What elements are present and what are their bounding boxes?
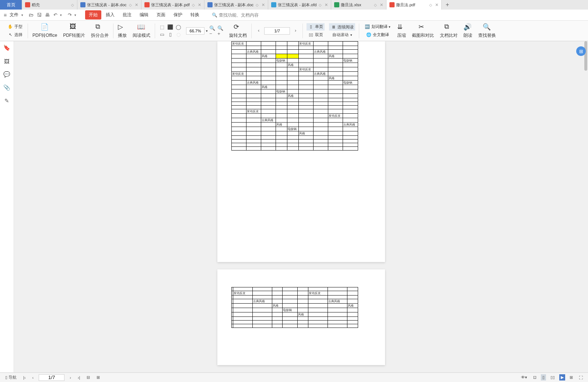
document-tabs: 首页 稻壳◇张三情况表 - 副本.doc◇✕张三情况表 - 副本.pdf◇✕张三… <box>0 0 588 10</box>
first-page-icon[interactable]: |‹ <box>22 375 27 381</box>
actual-size-icon[interactable]: ◯ <box>175 24 182 31</box>
page-input[interactable] <box>264 27 290 35</box>
zoom-in-icon[interactable]: 🔍+ <box>217 28 224 34</box>
auto-scroll[interactable]: 自动滚动▾ <box>331 31 354 38</box>
page-next-icon[interactable]: › <box>292 27 299 34</box>
hand-tool[interactable]: ✋手型 <box>6 23 24 31</box>
pin-icon[interactable]: ◇ <box>129 3 132 7</box>
redo-icon[interactable]: ↷ <box>66 12 73 18</box>
chevron-down-icon[interactable]: ▾ <box>21 13 23 17</box>
pin-icon[interactable]: ◇ <box>429 3 432 7</box>
prev-page-icon[interactable]: ‹ <box>31 375 35 381</box>
tab-doc-1[interactable]: 张三情况表 - 副本.doc◇✕ <box>77 0 141 10</box>
hamburger-icon[interactable]: ≡ <box>4 12 7 18</box>
bookmark-icon[interactable]: 🔖 <box>3 44 11 52</box>
read-mode[interactable]: 📖阅读模式 <box>130 21 153 41</box>
view-fullscreen-icon[interactable]: ⛶ <box>577 375 584 381</box>
tab-doc-5[interactable]: 撒旦法.xlsx◇✕ <box>331 0 386 10</box>
tab-doc-6[interactable]: 撒旦法.pdf◇✕ <box>386 0 442 10</box>
menu-页面[interactable]: 页面 <box>153 10 169 20</box>
pin-icon[interactable]: ◇ <box>71 3 74 7</box>
fit-page-icon[interactable]: ⬛ <box>167 24 174 31</box>
float-assist-button[interactable]: ⊞ <box>576 46 586 56</box>
redo-chevron-icon[interactable]: ▾ <box>74 13 76 17</box>
menu-批注[interactable]: 批注 <box>119 10 135 20</box>
menu-插入[interactable]: 插入 <box>102 10 118 20</box>
word-translate[interactable]: 🔤划词翻译▾ <box>363 23 392 31</box>
menu-保护[interactable]: 保护 <box>170 10 186 20</box>
document-canvas[interactable]: 发动反攻发动反攻古典风格古典风格风格风格电饭锅电饭锅风格发动反攻发动反攻古典风格… <box>14 41 588 372</box>
rotate-doc[interactable]: ⟳旋转文档 <box>226 21 250 41</box>
select-tool[interactable]: ↖选择 <box>6 31 24 39</box>
scrollbar-thumb[interactable] <box>584 41 587 71</box>
view-double-icon[interactable]: ▯▯ <box>549 374 556 381</box>
tab-doc-4[interactable]: 张三情况表 - 副本.ofd◇✕ <box>268 0 331 10</box>
pdf-office-icon: 📄 <box>41 23 49 32</box>
close-icon[interactable]: ✕ <box>435 3 438 7</box>
table-cell <box>314 131 328 136</box>
undo-chevron-icon[interactable]: ▾ <box>60 13 62 17</box>
pin-icon[interactable]: ◇ <box>192 3 195 7</box>
nav-toggle[interactable]: ▯ 导航 <box>4 374 18 381</box>
comment-icon[interactable]: 💬 <box>3 71 11 78</box>
close-icon[interactable]: ✕ <box>380 3 383 7</box>
pin-icon[interactable]: ◇ <box>256 3 259 7</box>
double-page[interactable]: ▯▯双页 <box>307 31 325 39</box>
search-input[interactable] <box>219 13 270 18</box>
close-icon[interactable]: ✕ <box>135 3 138 7</box>
find-replace[interactable]: 🔍查找替换 <box>475 21 499 41</box>
page-prev-icon[interactable]: ‹ <box>255 27 262 34</box>
doc-compare[interactable]: ⧉文档比对 <box>437 21 461 41</box>
save-icon[interactable]: 🖫 <box>36 12 42 18</box>
tab-add[interactable]: + <box>442 1 453 8</box>
view-play-icon[interactable]: ▶ <box>559 374 565 381</box>
zoom-input[interactable] <box>186 27 204 35</box>
tab-doc-0[interactable]: 稻壳◇ <box>22 0 77 10</box>
file-menu[interactable]: 文件 <box>10 12 18 18</box>
next-page-icon[interactable]: › <box>68 375 73 381</box>
zoom-in-status-icon[interactable]: ⊞ <box>95 374 101 381</box>
fit-h-icon[interactable]: ▯ <box>167 31 174 38</box>
pdf-to-image[interactable]: 🖼PDF转图片 <box>60 21 88 41</box>
screenshot-compare[interactable]: ✂截图和对比 <box>409 21 437 41</box>
tab-home[interactable]: 首页 <box>0 0 22 10</box>
close-icon[interactable]: ✕ <box>262 3 265 7</box>
fit-icon[interactable]: ⊡ <box>532 374 538 381</box>
single-page[interactable]: ▯单页 <box>307 23 325 31</box>
undo-icon[interactable]: ↶ <box>52 12 59 18</box>
open-icon[interactable]: 🗁 <box>28 12 34 18</box>
eye-icon[interactable]: 👁▾ <box>519 374 529 381</box>
zoom-chevron-icon[interactable]: ▾ <box>206 29 208 33</box>
compress[interactable]: ⇊压缩 <box>394 21 409 41</box>
zoom-out-icon[interactable]: 🔍− <box>209 28 216 34</box>
close-icon[interactable]: ✕ <box>198 3 201 7</box>
pdf-to-office[interactable]: 📄PDF转Office <box>29 21 60 41</box>
zoom-out-status-icon[interactable]: ⊟ <box>85 374 91 381</box>
split-merge[interactable]: ⧉拆分合并 <box>88 21 112 41</box>
fit-v-icon[interactable]: ▭ <box>159 31 165 38</box>
print-icon[interactable]: 🖶 <box>44 12 50 18</box>
view-grid-icon[interactable]: ⊞ <box>568 374 574 381</box>
attachment-icon[interactable]: 📎 <box>3 84 11 91</box>
pin-icon[interactable]: ◇ <box>374 3 377 7</box>
play-button[interactable]: ▷播放 <box>115 21 130 41</box>
loading-icon[interactable]: ◌ <box>175 31 182 38</box>
table-page-2: 发动反攻发动反攻古典风格古典风格风格风格电饭锅风格 <box>231 287 358 328</box>
pin-icon[interactable]: ◇ <box>319 3 322 7</box>
menu-编辑[interactable]: 编辑 <box>136 10 152 20</box>
tab-doc-3[interactable]: 张三情况表 - 副本.doc◇✕ <box>204 0 269 10</box>
menu-转换[interactable]: 转换 <box>187 10 203 20</box>
signature-icon[interactable]: ✎ <box>3 97 11 105</box>
vertical-scrollbar[interactable] <box>584 41 588 372</box>
tab-doc-2[interactable]: 张三情况表 - 副本.pdf◇✕ <box>141 0 204 10</box>
image-icon[interactable]: 🖼 <box>3 57 11 65</box>
read-aloud[interactable]: 🔊朗读 <box>461 21 475 41</box>
status-page-input[interactable] <box>39 374 64 381</box>
menu-开始[interactable]: 开始 <box>85 10 101 20</box>
close-icon[interactable]: ✕ <box>325 3 328 7</box>
view-single-icon[interactable]: ▯ <box>541 374 546 381</box>
last-page-icon[interactable]: ›| <box>76 375 82 381</box>
continuous-read[interactable]: ≣连续阅读 <box>329 23 355 31</box>
full-translate[interactable]: 🌐全文翻译 <box>364 31 391 39</box>
fit-width-icon[interactable]: ⬚ <box>159 24 165 31</box>
